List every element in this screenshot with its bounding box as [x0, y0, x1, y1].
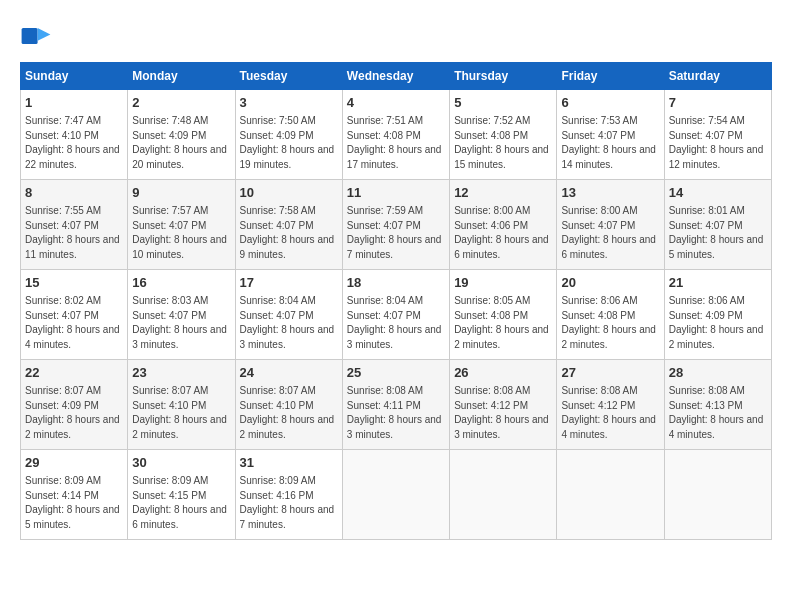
- day-number: 19: [454, 274, 552, 292]
- calendar-week-row: 1Sunrise: 7:47 AMSunset: 4:10 PMDaylight…: [21, 90, 772, 180]
- day-number: 11: [347, 184, 445, 202]
- calendar-cell: 16Sunrise: 8:03 AMSunset: 4:07 PMDayligh…: [128, 270, 235, 360]
- weekday-header: Sunday: [21, 63, 128, 90]
- calendar-cell: [664, 450, 771, 540]
- calendar-cell: 9Sunrise: 7:57 AMSunset: 4:07 PMDaylight…: [128, 180, 235, 270]
- calendar-cell: 17Sunrise: 8:04 AMSunset: 4:07 PMDayligh…: [235, 270, 342, 360]
- calendar-cell: 24Sunrise: 8:07 AMSunset: 4:10 PMDayligh…: [235, 360, 342, 450]
- day-number: 1: [25, 94, 123, 112]
- day-info: Sunrise: 8:04 AMSunset: 4:07 PMDaylight:…: [240, 294, 338, 352]
- day-info: Sunrise: 8:08 AMSunset: 4:11 PMDaylight:…: [347, 384, 445, 442]
- calendar-cell: 1Sunrise: 7:47 AMSunset: 4:10 PMDaylight…: [21, 90, 128, 180]
- day-number: 22: [25, 364, 123, 382]
- day-info: Sunrise: 7:54 AMSunset: 4:07 PMDaylight:…: [669, 114, 767, 172]
- day-info: Sunrise: 8:09 AMSunset: 4:16 PMDaylight:…: [240, 474, 338, 532]
- day-info: Sunrise: 8:05 AMSunset: 4:08 PMDaylight:…: [454, 294, 552, 352]
- calendar-cell: 19Sunrise: 8:05 AMSunset: 4:08 PMDayligh…: [450, 270, 557, 360]
- day-number: 29: [25, 454, 123, 472]
- day-info: Sunrise: 8:07 AMSunset: 4:10 PMDaylight:…: [240, 384, 338, 442]
- day-info: Sunrise: 8:08 AMSunset: 4:12 PMDaylight:…: [561, 384, 659, 442]
- day-info: Sunrise: 8:04 AMSunset: 4:07 PMDaylight:…: [347, 294, 445, 352]
- day-info: Sunrise: 8:06 AMSunset: 4:09 PMDaylight:…: [669, 294, 767, 352]
- weekday-header: Saturday: [664, 63, 771, 90]
- calendar-cell: 29Sunrise: 8:09 AMSunset: 4:14 PMDayligh…: [21, 450, 128, 540]
- calendar-cell: 31Sunrise: 8:09 AMSunset: 4:16 PMDayligh…: [235, 450, 342, 540]
- day-number: 18: [347, 274, 445, 292]
- day-info: Sunrise: 8:09 AMSunset: 4:15 PMDaylight:…: [132, 474, 230, 532]
- calendar-cell: [450, 450, 557, 540]
- day-info: Sunrise: 7:51 AMSunset: 4:08 PMDaylight:…: [347, 114, 445, 172]
- calendar-header-row: SundayMondayTuesdayWednesdayThursdayFrid…: [21, 63, 772, 90]
- day-number: 25: [347, 364, 445, 382]
- day-number: 26: [454, 364, 552, 382]
- day-number: 7: [669, 94, 767, 112]
- calendar-cell: 28Sunrise: 8:08 AMSunset: 4:13 PMDayligh…: [664, 360, 771, 450]
- day-info: Sunrise: 8:01 AMSunset: 4:07 PMDaylight:…: [669, 204, 767, 262]
- calendar-cell: 25Sunrise: 8:08 AMSunset: 4:11 PMDayligh…: [342, 360, 449, 450]
- day-info: Sunrise: 8:02 AMSunset: 4:07 PMDaylight:…: [25, 294, 123, 352]
- day-number: 10: [240, 184, 338, 202]
- day-number: 3: [240, 94, 338, 112]
- calendar-cell: 6Sunrise: 7:53 AMSunset: 4:07 PMDaylight…: [557, 90, 664, 180]
- day-info: Sunrise: 8:08 AMSunset: 4:12 PMDaylight:…: [454, 384, 552, 442]
- svg-marker-1: [38, 28, 51, 41]
- day-info: Sunrise: 8:07 AMSunset: 4:09 PMDaylight:…: [25, 384, 123, 442]
- day-info: Sunrise: 7:48 AMSunset: 4:09 PMDaylight:…: [132, 114, 230, 172]
- day-info: Sunrise: 8:00 AMSunset: 4:07 PMDaylight:…: [561, 204, 659, 262]
- calendar-cell: [557, 450, 664, 540]
- day-info: Sunrise: 8:08 AMSunset: 4:13 PMDaylight:…: [669, 384, 767, 442]
- page-header: [20, 20, 772, 52]
- calendar-cell: 12Sunrise: 8:00 AMSunset: 4:06 PMDayligh…: [450, 180, 557, 270]
- day-number: 13: [561, 184, 659, 202]
- day-number: 27: [561, 364, 659, 382]
- weekday-header: Wednesday: [342, 63, 449, 90]
- weekday-header: Tuesday: [235, 63, 342, 90]
- day-info: Sunrise: 7:59 AMSunset: 4:07 PMDaylight:…: [347, 204, 445, 262]
- calendar-cell: 13Sunrise: 8:00 AMSunset: 4:07 PMDayligh…: [557, 180, 664, 270]
- calendar-cell: 23Sunrise: 8:07 AMSunset: 4:10 PMDayligh…: [128, 360, 235, 450]
- logo-icon: [20, 20, 52, 52]
- day-number: 21: [669, 274, 767, 292]
- calendar-cell: 7Sunrise: 7:54 AMSunset: 4:07 PMDaylight…: [664, 90, 771, 180]
- day-number: 15: [25, 274, 123, 292]
- day-info: Sunrise: 7:52 AMSunset: 4:08 PMDaylight:…: [454, 114, 552, 172]
- day-info: Sunrise: 7:47 AMSunset: 4:10 PMDaylight:…: [25, 114, 123, 172]
- day-number: 8: [25, 184, 123, 202]
- svg-rect-0: [22, 28, 38, 44]
- calendar-cell: 30Sunrise: 8:09 AMSunset: 4:15 PMDayligh…: [128, 450, 235, 540]
- calendar-cell: 3Sunrise: 7:50 AMSunset: 4:09 PMDaylight…: [235, 90, 342, 180]
- day-info: Sunrise: 8:06 AMSunset: 4:08 PMDaylight:…: [561, 294, 659, 352]
- day-number: 14: [669, 184, 767, 202]
- day-info: Sunrise: 7:53 AMSunset: 4:07 PMDaylight:…: [561, 114, 659, 172]
- calendar-cell: 27Sunrise: 8:08 AMSunset: 4:12 PMDayligh…: [557, 360, 664, 450]
- day-number: 5: [454, 94, 552, 112]
- day-number: 16: [132, 274, 230, 292]
- calendar-cell: 4Sunrise: 7:51 AMSunset: 4:08 PMDaylight…: [342, 90, 449, 180]
- day-info: Sunrise: 8:07 AMSunset: 4:10 PMDaylight:…: [132, 384, 230, 442]
- weekday-header: Friday: [557, 63, 664, 90]
- calendar-cell: 21Sunrise: 8:06 AMSunset: 4:09 PMDayligh…: [664, 270, 771, 360]
- day-info: Sunrise: 7:57 AMSunset: 4:07 PMDaylight:…: [132, 204, 230, 262]
- day-info: Sunrise: 8:09 AMSunset: 4:14 PMDaylight:…: [25, 474, 123, 532]
- day-number: 12: [454, 184, 552, 202]
- calendar-week-row: 29Sunrise: 8:09 AMSunset: 4:14 PMDayligh…: [21, 450, 772, 540]
- calendar-cell: [342, 450, 449, 540]
- day-info: Sunrise: 8:00 AMSunset: 4:06 PMDaylight:…: [454, 204, 552, 262]
- calendar-week-row: 8Sunrise: 7:55 AMSunset: 4:07 PMDaylight…: [21, 180, 772, 270]
- day-number: 4: [347, 94, 445, 112]
- day-info: Sunrise: 7:58 AMSunset: 4:07 PMDaylight:…: [240, 204, 338, 262]
- calendar-cell: 22Sunrise: 8:07 AMSunset: 4:09 PMDayligh…: [21, 360, 128, 450]
- day-number: 28: [669, 364, 767, 382]
- day-info: Sunrise: 7:55 AMSunset: 4:07 PMDaylight:…: [25, 204, 123, 262]
- day-number: 6: [561, 94, 659, 112]
- day-number: 9: [132, 184, 230, 202]
- calendar-table: SundayMondayTuesdayWednesdayThursdayFrid…: [20, 62, 772, 540]
- logo: [20, 20, 56, 52]
- calendar-cell: 20Sunrise: 8:06 AMSunset: 4:08 PMDayligh…: [557, 270, 664, 360]
- day-info: Sunrise: 7:50 AMSunset: 4:09 PMDaylight:…: [240, 114, 338, 172]
- day-number: 30: [132, 454, 230, 472]
- calendar-cell: 11Sunrise: 7:59 AMSunset: 4:07 PMDayligh…: [342, 180, 449, 270]
- day-number: 20: [561, 274, 659, 292]
- weekday-header: Monday: [128, 63, 235, 90]
- day-number: 31: [240, 454, 338, 472]
